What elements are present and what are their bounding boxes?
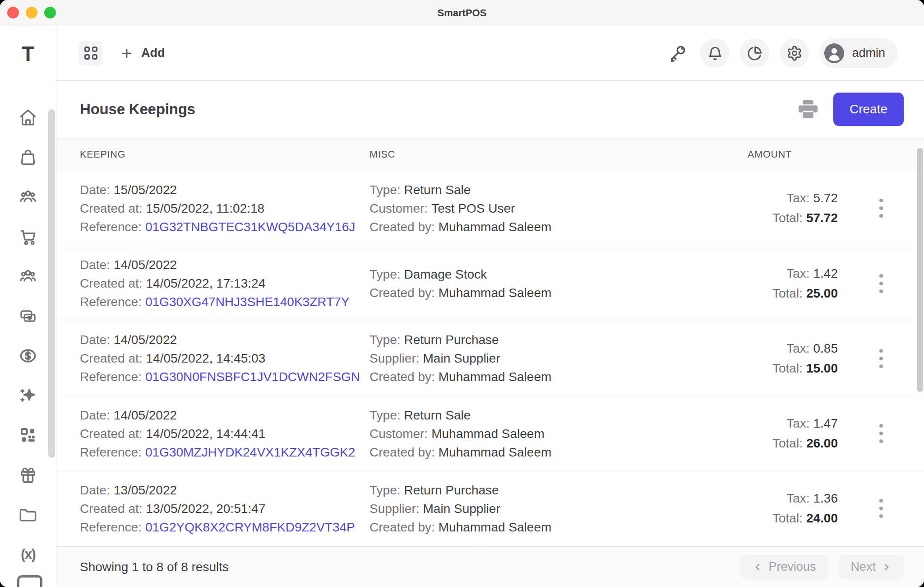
keeping-cell: Date:13/05/2022 Created at:13/05/2022, 2… <box>80 471 370 546</box>
chevron-left-icon <box>752 562 763 573</box>
next-page-button[interactable]: Next <box>839 555 904 579</box>
gift-icon <box>18 466 37 485</box>
table-footer: Showing 1 to 8 of 8 results Previous Nex… <box>56 546 924 587</box>
sidebar-item-shop[interactable] <box>8 137 48 177</box>
customers-group-icon <box>18 187 37 206</box>
shopping-bag-icon <box>18 148 37 167</box>
table-row: Date:14/05/2022 Created at:14/05/2022, 1… <box>56 321 924 396</box>
type-value: Return Sale <box>404 408 471 422</box>
sidebar-item-rewards[interactable] <box>8 455 48 495</box>
key-icon[interactable] <box>668 44 687 63</box>
pagination: Previous Next <box>740 555 904 579</box>
qr-code-icon <box>18 426 37 445</box>
apps-grid-button[interactable] <box>79 41 103 65</box>
reference-link[interactable]: 01G30N0FNSBFC1JV1DCWN2FSGN <box>145 370 360 384</box>
kebab-menu-icon <box>879 349 883 368</box>
row-actions-button[interactable] <box>838 396 924 471</box>
row-actions-button[interactable] <box>838 321 924 396</box>
party-value: Muhammad Saleem <box>431 427 545 441</box>
table-header: KEEPING MISC AMOUNT <box>56 138 924 171</box>
folder-icon <box>18 505 37 524</box>
misc-cell: Type:Return Purchase Supplier:Main Suppl… <box>370 471 704 546</box>
total-value: 57.72 <box>806 211 838 225</box>
date-value: 15/05/2022 <box>114 183 177 197</box>
total-value: 24.00 <box>806 511 838 525</box>
settings-button[interactable] <box>780 38 809 68</box>
formula-x-icon: (x) <box>21 546 35 563</box>
app-logo: T <box>0 26 56 81</box>
printer-icon <box>797 98 819 121</box>
reference-link[interactable]: 01G30XG47NHJ3SHE140K3ZRT7Y <box>145 295 349 309</box>
reference-link[interactable]: 01G30MZJHYDK24VX1KZX4TGGK2 <box>145 445 355 459</box>
amount-cell: Tax:5.72 Total:57.72 <box>704 188 838 228</box>
created-by-value: Muhammad Saleem <box>439 220 552 234</box>
total-value: 26.00 <box>806 436 838 450</box>
date-value: 14/05/2022 <box>114 333 177 347</box>
results-summary: Showing 1 to 8 of 8 results <box>80 560 229 574</box>
created-by-value: Muhammad Saleem <box>439 445 552 459</box>
clipped-nav-icon <box>17 575 42 587</box>
notifications-button[interactable] <box>700 38 730 68</box>
gear-icon <box>786 45 803 61</box>
keeping-cell: Date:14/05/2022 Created at:14/05/2022, 1… <box>80 246 370 321</box>
content-scrollbar[interactable] <box>917 148 923 392</box>
sidebar-item-formulas[interactable]: (x) <box>8 535 48 574</box>
previous-page-button[interactable]: Previous <box>740 555 827 579</box>
pie-chart-icon <box>747 45 763 61</box>
misc-cell: Type:Return Purchase Supplier:Main Suppl… <box>370 321 704 396</box>
misc-cell: Type:Return Sale Customer:Muhammad Salee… <box>370 396 704 471</box>
user-menu[interactable]: admin <box>819 38 898 68</box>
sidebar: T <box>0 26 56 587</box>
app-window: SmartPOS T <box>0 0 924 587</box>
sidebar-item-finance[interactable] <box>8 336 48 376</box>
tax-value: 1.36 <box>813 491 838 505</box>
created-by-value: Muhammad Saleem <box>439 286 552 300</box>
sidebar-item-ai[interactable] <box>8 376 48 415</box>
page-header: House Keepings Create <box>56 81 924 138</box>
table-row: Date:14/05/2022 Created at:14/05/2022, 1… <box>56 246 924 321</box>
type-value: Damage Stock <box>404 267 487 281</box>
bell-icon <box>707 45 723 61</box>
misc-cell: Type:Return Sale Customer:Test POS User … <box>370 171 704 246</box>
total-value: 15.00 <box>806 361 838 375</box>
column-header-amount: AMOUNT <box>704 149 838 160</box>
keeping-cell: Date:14/05/2022 Created at:14/05/2022, 1… <box>80 321 370 396</box>
apps-grid-icon <box>84 47 97 60</box>
party-value: Main Supplier <box>423 502 500 516</box>
sidebar-item-home[interactable] <box>8 98 48 137</box>
print-button[interactable] <box>795 97 821 122</box>
users-group-icon <box>18 267 37 286</box>
reports-button[interactable] <box>740 38 769 68</box>
sidebar-item-customers[interactable] <box>8 177 48 217</box>
create-button[interactable]: Create <box>833 93 904 126</box>
main-area: Add <box>56 26 924 587</box>
chevron-right-icon <box>881 562 892 573</box>
sidebar-scrollbar[interactable] <box>48 109 55 458</box>
add-button[interactable]: Add <box>120 46 165 60</box>
table-row: Date:14/05/2022 Created at:14/05/2022, 1… <box>56 396 924 471</box>
sidebar-item-payments[interactable] <box>8 296 48 336</box>
payments-cards-icon <box>18 307 37 326</box>
reference-link[interactable]: 01G2YQK8X2CRYM8FKD9Z2VT34P <box>145 520 355 534</box>
row-actions-button[interactable] <box>838 171 924 246</box>
sidebar-item-users[interactable] <box>8 256 48 296</box>
macos-titlebar: SmartPOS <box>0 0 924 26</box>
reference-link[interactable]: 01G32TNBGTEC31KWQ5DA34Y16J <box>145 220 355 234</box>
amount-cell: Tax:1.36 Total:24.00 <box>704 489 838 528</box>
created-at-value: 15/05/2022, 11:02:18 <box>146 201 265 215</box>
avatar-icon <box>823 42 845 64</box>
amount-cell: Tax:1.47 Total:26.00 <box>704 414 838 453</box>
kebab-menu-icon <box>879 499 883 518</box>
row-actions-button[interactable] <box>838 246 924 321</box>
kebab-menu-icon <box>879 424 883 443</box>
top-toolbar: Add <box>56 26 924 81</box>
type-value: Return Purchase <box>404 483 499 497</box>
sidebar-item-purchases[interactable] <box>8 217 48 256</box>
total-value: 25.00 <box>806 286 838 300</box>
add-button-label: Add <box>141 46 165 60</box>
kebab-menu-icon <box>879 274 883 293</box>
sidebar-item-files[interactable] <box>8 495 48 535</box>
type-value: Return Purchase <box>404 333 499 347</box>
row-actions-button[interactable] <box>838 471 924 546</box>
sidebar-item-qr[interactable] <box>8 415 48 455</box>
